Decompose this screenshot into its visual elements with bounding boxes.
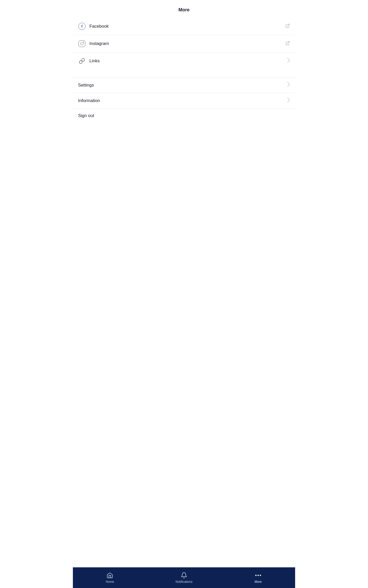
settings-item[interactable]: Settings bbox=[73, 78, 295, 93]
tab-bar: Home Notifications More bbox=[73, 567, 295, 588]
home-icon bbox=[106, 572, 113, 579]
external-link-icon bbox=[285, 24, 290, 29]
links-item[interactable]: Links bbox=[73, 52, 295, 69]
svg-point-4 bbox=[260, 575, 261, 576]
links-label: Links bbox=[89, 58, 287, 64]
chevron-right-icon-info bbox=[287, 98, 290, 104]
more-dots-icon bbox=[255, 572, 262, 579]
chevron-right-icon bbox=[287, 58, 290, 64]
tab-more[interactable]: More bbox=[221, 567, 295, 588]
facebook-item[interactable]: f Facebook bbox=[73, 18, 295, 35]
page-title: More bbox=[73, 0, 295, 18]
facebook-label: Facebook bbox=[89, 24, 285, 29]
settings-label: Settings bbox=[78, 83, 287, 88]
svg-line-0 bbox=[287, 24, 289, 26]
external-link-icon-2 bbox=[285, 41, 290, 47]
instagram-label: Instagram bbox=[89, 41, 285, 46]
links-icon bbox=[78, 57, 86, 65]
svg-line-1 bbox=[287, 41, 289, 43]
information-item[interactable]: Information bbox=[73, 93, 295, 109]
instagram-icon bbox=[78, 40, 86, 48]
social-section: f Facebook Instagram bbox=[73, 18, 295, 69]
signout-item[interactable]: Sign out bbox=[73, 109, 295, 123]
menu-section: Settings Information Sign out bbox=[73, 77, 295, 123]
chevron-right-icon-settings bbox=[287, 82, 290, 88]
svg-point-2 bbox=[255, 575, 256, 576]
instagram-item[interactable]: Instagram bbox=[73, 35, 295, 52]
tab-home[interactable]: Home bbox=[73, 567, 147, 588]
facebook-icon: f bbox=[78, 22, 86, 30]
notifications-tab-label: Notifications bbox=[175, 580, 192, 584]
more-tab-label: More bbox=[255, 580, 262, 584]
bell-icon bbox=[181, 572, 187, 579]
tab-notifications[interactable]: Notifications bbox=[147, 567, 221, 588]
information-label: Information bbox=[78, 98, 287, 103]
svg-point-3 bbox=[258, 575, 259, 576]
home-tab-label: Home bbox=[106, 580, 114, 584]
signout-label: Sign out bbox=[78, 113, 290, 118]
